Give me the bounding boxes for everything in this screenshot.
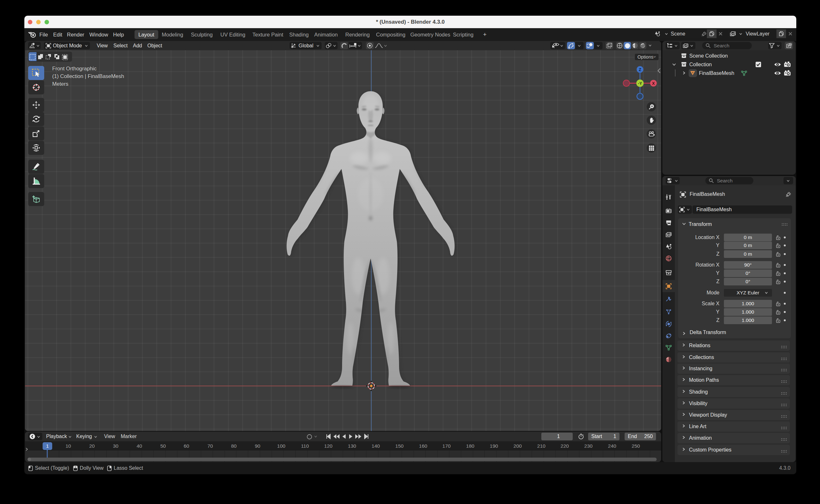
svg-text:-Y: -Y: [638, 81, 642, 86]
svg-text:X: X: [652, 81, 655, 86]
svg-text:Z: Z: [639, 68, 641, 72]
